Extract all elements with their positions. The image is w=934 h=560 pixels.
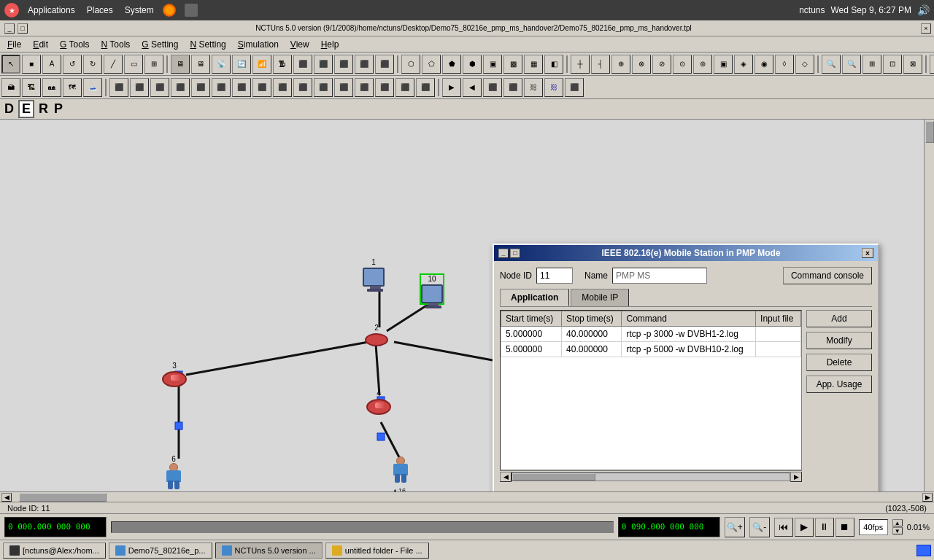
hcanvas-right-btn[interactable]: ▶ bbox=[922, 493, 933, 502]
zoom-fit-tool[interactable]: ⊞ bbox=[862, 55, 881, 74]
t2-tool-26[interactable]: ⬛ bbox=[565, 78, 584, 97]
node-tool-3[interactable]: 📡 bbox=[212, 55, 231, 74]
shape-tool-1[interactable]: ⬡ bbox=[401, 55, 420, 74]
connect-tool-10[interactable]: ◉ bbox=[754, 55, 773, 74]
t2-tool-21[interactable]: ⬛ bbox=[416, 78, 435, 97]
t2-link-2[interactable]: ⛓ bbox=[544, 78, 563, 97]
text-tool[interactable]: A bbox=[42, 55, 61, 74]
taskbar-btn-demo[interactable]: Demo75_80216e_p... bbox=[109, 542, 212, 559]
menu-gtools[interactable]: G Tools bbox=[55, 38, 93, 51]
redo-tool[interactable]: ↻ bbox=[83, 55, 102, 74]
shape-tool-5[interactable]: ▣ bbox=[483, 55, 502, 74]
hcanvas-thumb[interactable] bbox=[19, 493, 107, 502]
node-tool-9[interactable]: ⬛ bbox=[334, 55, 353, 74]
connect-tool-12[interactable]: ◇ bbox=[795, 55, 814, 74]
hscroll-thumb[interactable] bbox=[512, 473, 595, 481]
zoom-in-tool[interactable]: 🔍 bbox=[822, 55, 841, 74]
node-tool-7[interactable]: ⬛ bbox=[293, 55, 312, 74]
connect-tool-1[interactable]: ┼ bbox=[571, 55, 590, 74]
shape-tool-8[interactable]: ◧ bbox=[544, 55, 563, 74]
menu-simulation[interactable]: Simulation bbox=[234, 38, 283, 51]
connect-tool-9[interactable]: ◈ bbox=[734, 55, 753, 74]
dialog-close-button[interactable]: × bbox=[862, 248, 873, 258]
node-2[interactable]: 2 bbox=[365, 324, 388, 346]
t2-tool-13[interactable]: ⬛ bbox=[252, 78, 271, 97]
maximize-button[interactable]: □ bbox=[18, 23, 28, 34]
extra-tool-1[interactable]: 🔧 bbox=[930, 55, 934, 74]
table-hscroll[interactable]: ◀ ▶ bbox=[500, 470, 802, 482]
node-4[interactable]: 4 bbox=[366, 389, 391, 415]
connect-tool-11[interactable]: ◊ bbox=[775, 55, 794, 74]
shape-tool-6[interactable]: ▩ bbox=[503, 55, 522, 74]
rewind-button[interactable]: ⏮ bbox=[774, 518, 793, 537]
t2-tool-15[interactable]: ⬛ bbox=[293, 78, 312, 97]
connect-tool-4[interactable]: ⊗ bbox=[632, 55, 651, 74]
menu-file[interactable]: File bbox=[3, 38, 26, 51]
table-row[interactable]: 5.000000 40.000000 rtcp -p 3000 -w DVBH1… bbox=[501, 327, 801, 342]
places-menu[interactable]: Places bbox=[87, 5, 113, 15]
taskbar-btn-terminal[interactable]: [nctuns@Alex:/hom... bbox=[3, 542, 106, 559]
fps-down-btn[interactable]: ▼ bbox=[892, 527, 903, 534]
t2-tool-1[interactable]: 🏔 bbox=[1, 78, 20, 97]
progress-track[interactable] bbox=[111, 521, 614, 533]
table-row[interactable]: 5.000000 40.000000 rtcp -p 5000 -w DVBH1… bbox=[501, 342, 801, 357]
canvas-hscroll[interactable]: ◀ ▶ bbox=[0, 491, 934, 502]
name-input[interactable] bbox=[612, 268, 707, 284]
terminal-icon[interactable] bbox=[185, 4, 198, 17]
node-1[interactable]: 1 bbox=[363, 258, 385, 287]
t2-tool-12[interactable]: ⬛ bbox=[232, 78, 251, 97]
node-10[interactable]: 10 bbox=[421, 275, 443, 303]
shape-tool-2[interactable]: ⬠ bbox=[422, 55, 441, 74]
t2-tool-6[interactable]: ⬛ bbox=[109, 78, 128, 97]
pause-button[interactable]: ⏸ bbox=[815, 518, 834, 537]
connect-tool-5[interactable]: ⊘ bbox=[652, 55, 671, 74]
hcanvas-left-btn[interactable]: ◀ bbox=[1, 493, 12, 502]
t2-tool-2[interactable]: 🏗 bbox=[22, 78, 41, 97]
zoom-out-tool[interactable]: 🔍 bbox=[842, 55, 861, 74]
connect-tool-7[interactable]: ⊚ bbox=[693, 55, 712, 74]
zoom-reset-tool[interactable]: ⊠ bbox=[903, 55, 922, 74]
t2-link-1[interactable]: ⛓ bbox=[524, 78, 543, 97]
t2-tool-10[interactable]: ⬛ bbox=[191, 78, 210, 97]
node-tool-8[interactable]: ⬛ bbox=[314, 55, 333, 74]
application-table-container[interactable]: Start time(s) Stop time(s) Command Input… bbox=[500, 310, 802, 470]
node-tool-6[interactable]: 🗜 bbox=[273, 55, 292, 74]
t2-tool-22[interactable]: ▶ bbox=[442, 78, 461, 97]
connect-tool-8[interactable]: ▣ bbox=[714, 55, 733, 74]
undo-tool[interactable]: ↺ bbox=[63, 55, 82, 74]
minimize-button[interactable]: _ bbox=[4, 23, 15, 34]
node-15a[interactable]: ▲16 bbox=[390, 456, 411, 484]
modify-button[interactable]: Modify bbox=[806, 332, 872, 349]
node-tool-10[interactable]: ⬛ bbox=[355, 55, 374, 74]
t2-tool-7[interactable]: ⬛ bbox=[130, 78, 149, 97]
t2-tool-3[interactable]: 🏘 bbox=[42, 78, 61, 97]
zoom-out-sim-btn[interactable]: 🔍- bbox=[749, 517, 770, 537]
canvas-vscroll[interactable] bbox=[924, 120, 934, 491]
t2-tool-20[interactable]: ⬛ bbox=[395, 78, 414, 97]
shape-tool-7[interactable]: ▦ bbox=[524, 55, 543, 74]
stop-button[interactable]: ⏹ bbox=[835, 518, 854, 537]
rect2-tool[interactable]: ▭ bbox=[124, 55, 143, 74]
t2-tool-4[interactable]: 🗺 bbox=[63, 78, 82, 97]
zoom-custom-tool[interactable]: ⊡ bbox=[883, 55, 902, 74]
delete-button[interactable]: Delete bbox=[806, 354, 872, 371]
fps-up-btn[interactable]: ▲ bbox=[892, 519, 903, 526]
vscroll-thumb[interactable] bbox=[925, 121, 934, 143]
connect-tool-2[interactable]: ┤ bbox=[591, 55, 610, 74]
menu-nsetting[interactable]: N Setting bbox=[185, 38, 230, 51]
node-id-input[interactable] bbox=[536, 268, 573, 284]
dialog-maximize-button[interactable]: □ bbox=[510, 249, 520, 258]
app-usage-button[interactable]: App. Usage bbox=[806, 376, 872, 393]
t2-tool-24[interactable]: ⬛ bbox=[483, 78, 502, 97]
dialog-minimize-button[interactable]: _ bbox=[498, 249, 509, 258]
taskbar-btn-nctuns[interactable]: NCTUns 5.0 version ... bbox=[215, 542, 323, 559]
menu-view[interactable]: View bbox=[286, 38, 314, 51]
rect-tool[interactable]: ■ bbox=[22, 55, 41, 74]
node-tool-4[interactable]: 🔄 bbox=[232, 55, 251, 74]
menu-help[interactable]: Help bbox=[317, 38, 344, 51]
node-tool-1[interactable]: 🖥 bbox=[171, 55, 190, 74]
t2-tool-23[interactable]: ◀ bbox=[463, 78, 482, 97]
node-3[interactable]: 3 bbox=[162, 362, 187, 387]
command-console-button[interactable]: Command console bbox=[783, 267, 872, 284]
tab-mobile-ip[interactable]: Mobile IP bbox=[571, 289, 629, 306]
